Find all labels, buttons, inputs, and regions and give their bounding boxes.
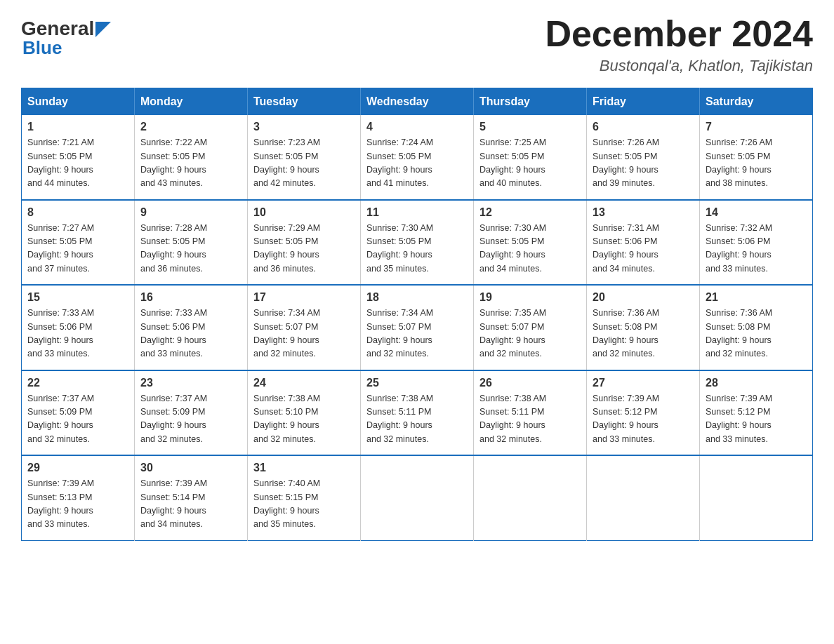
calendar-cell: 27 Sunrise: 7:39 AM Sunset: 5:12 PM Dayl… <box>587 370 700 456</box>
calendar-cell: 31 Sunrise: 7:40 AM Sunset: 5:15 PM Dayl… <box>248 455 361 540</box>
week-row-5: 29 Sunrise: 7:39 AM Sunset: 5:13 PM Dayl… <box>22 455 813 540</box>
calendar-table: SundayMondayTuesdayWednesdayThursdayFrid… <box>21 88 813 541</box>
logo-blue-text: Blue <box>22 37 62 59</box>
day-info: Sunrise: 7:29 AM Sunset: 5:05 PM Dayligh… <box>253 222 355 276</box>
day-number: 22 <box>27 377 128 389</box>
calendar-cell <box>361 455 474 540</box>
week-row-2: 8 Sunrise: 7:27 AM Sunset: 5:05 PM Dayli… <box>22 200 813 286</box>
calendar-cell: 26 Sunrise: 7:38 AM Sunset: 5:11 PM Dayl… <box>474 370 587 456</box>
calendar-cell: 19 Sunrise: 7:35 AM Sunset: 5:07 PM Dayl… <box>474 285 587 370</box>
day-number: 18 <box>366 291 468 304</box>
calendar-cell: 20 Sunrise: 7:36 AM Sunset: 5:08 PM Dayl… <box>587 285 700 370</box>
day-info: Sunrise: 7:39 AM Sunset: 5:12 PM Dayligh… <box>706 392 807 447</box>
day-number: 11 <box>366 206 468 219</box>
calendar-cell <box>474 455 587 540</box>
day-info: Sunrise: 7:38 AM Sunset: 5:11 PM Dayligh… <box>366 392 468 447</box>
day-info: Sunrise: 7:33 AM Sunset: 5:06 PM Dayligh… <box>27 307 128 361</box>
day-number: 13 <box>593 206 694 219</box>
calendar-header-row: SundayMondayTuesdayWednesdayThursdayFrid… <box>22 88 813 116</box>
day-info: Sunrise: 7:28 AM Sunset: 5:05 PM Dayligh… <box>140 222 241 276</box>
col-header-wednesday: Wednesday <box>361 88 474 116</box>
day-number: 14 <box>706 206 807 219</box>
day-number: 27 <box>593 377 694 389</box>
calendar-cell: 10 Sunrise: 7:29 AM Sunset: 5:05 PM Dayl… <box>248 200 361 286</box>
calendar-cell: 12 Sunrise: 7:30 AM Sunset: 5:05 PM Dayl… <box>474 200 587 286</box>
day-info: Sunrise: 7:34 AM Sunset: 5:07 PM Dayligh… <box>253 307 355 361</box>
day-number: 17 <box>253 291 355 304</box>
day-info: Sunrise: 7:23 AM Sunset: 5:05 PM Dayligh… <box>253 136 355 191</box>
day-info: Sunrise: 7:22 AM Sunset: 5:05 PM Dayligh… <box>140 136 241 191</box>
title-area: December 2024 Bustonqal'a, Khatlon, Taji… <box>545 14 813 75</box>
day-info: Sunrise: 7:25 AM Sunset: 5:05 PM Dayligh… <box>479 136 581 191</box>
day-info: Sunrise: 7:39 AM Sunset: 5:12 PM Dayligh… <box>593 392 694 447</box>
col-header-thursday: Thursday <box>474 88 587 116</box>
calendar-cell: 28 Sunrise: 7:39 AM Sunset: 5:12 PM Dayl… <box>700 370 813 456</box>
calendar-cell: 9 Sunrise: 7:28 AM Sunset: 5:05 PM Dayli… <box>135 200 248 286</box>
calendar-cell: 21 Sunrise: 7:36 AM Sunset: 5:08 PM Dayl… <box>700 285 813 370</box>
day-info: Sunrise: 7:31 AM Sunset: 5:06 PM Dayligh… <box>593 222 694 276</box>
location-title: Bustonqal'a, Khatlon, Tajikistan <box>545 57 813 75</box>
day-number: 8 <box>27 206 128 219</box>
day-number: 20 <box>593 291 694 304</box>
col-header-monday: Monday <box>135 88 248 116</box>
calendar-cell: 2 Sunrise: 7:22 AM Sunset: 5:05 PM Dayli… <box>135 115 248 200</box>
day-info: Sunrise: 7:30 AM Sunset: 5:05 PM Dayligh… <box>479 222 581 276</box>
day-number: 7 <box>706 121 807 133</box>
day-number: 25 <box>366 377 468 389</box>
day-number: 5 <box>479 121 581 133</box>
day-info: Sunrise: 7:40 AM Sunset: 5:15 PM Dayligh… <box>253 477 355 532</box>
day-info: Sunrise: 7:32 AM Sunset: 5:06 PM Dayligh… <box>706 222 807 276</box>
day-info: Sunrise: 7:36 AM Sunset: 5:08 PM Dayligh… <box>593 307 694 361</box>
day-info: Sunrise: 7:39 AM Sunset: 5:13 PM Dayligh… <box>27 477 128 532</box>
day-info: Sunrise: 7:24 AM Sunset: 5:05 PM Dayligh… <box>366 136 468 191</box>
day-info: Sunrise: 7:37 AM Sunset: 5:09 PM Dayligh… <box>140 392 241 447</box>
calendar-cell: 30 Sunrise: 7:39 AM Sunset: 5:14 PM Dayl… <box>135 455 248 540</box>
calendar-cell: 4 Sunrise: 7:24 AM Sunset: 5:05 PM Dayli… <box>361 115 474 200</box>
week-row-4: 22 Sunrise: 7:37 AM Sunset: 5:09 PM Dayl… <box>22 370 813 456</box>
page-header: General Blue December 2024 Bustonqal'a, … <box>21 14 813 75</box>
calendar-cell: 18 Sunrise: 7:34 AM Sunset: 5:07 PM Dayl… <box>361 285 474 370</box>
month-title: December 2024 <box>545 14 813 54</box>
col-header-friday: Friday <box>587 88 700 116</box>
day-info: Sunrise: 7:39 AM Sunset: 5:14 PM Dayligh… <box>140 477 241 532</box>
calendar-cell: 6 Sunrise: 7:26 AM Sunset: 5:05 PM Dayli… <box>587 115 700 200</box>
day-number: 6 <box>593 121 694 133</box>
day-number: 4 <box>366 121 468 133</box>
calendar-cell: 17 Sunrise: 7:34 AM Sunset: 5:07 PM Dayl… <box>248 285 361 370</box>
week-row-1: 1 Sunrise: 7:21 AM Sunset: 5:05 PM Dayli… <box>22 115 813 200</box>
calendar-cell: 16 Sunrise: 7:33 AM Sunset: 5:06 PM Dayl… <box>135 285 248 370</box>
calendar-cell: 1 Sunrise: 7:21 AM Sunset: 5:05 PM Dayli… <box>22 115 135 200</box>
day-number: 23 <box>140 377 241 389</box>
calendar-cell: 25 Sunrise: 7:38 AM Sunset: 5:11 PM Dayl… <box>361 370 474 456</box>
day-info: Sunrise: 7:30 AM Sunset: 5:05 PM Dayligh… <box>366 222 468 276</box>
day-number: 24 <box>253 377 355 389</box>
calendar-cell: 3 Sunrise: 7:23 AM Sunset: 5:05 PM Dayli… <box>248 115 361 200</box>
day-number: 15 <box>27 291 128 304</box>
calendar-cell: 15 Sunrise: 7:33 AM Sunset: 5:06 PM Dayl… <box>22 285 135 370</box>
day-number: 21 <box>706 291 807 304</box>
day-number: 28 <box>706 377 807 389</box>
logo-arrow-icon <box>95 22 111 37</box>
calendar-cell: 11 Sunrise: 7:30 AM Sunset: 5:05 PM Dayl… <box>361 200 474 286</box>
day-number: 3 <box>253 121 355 133</box>
col-header-tuesday: Tuesday <box>248 88 361 116</box>
day-info: Sunrise: 7:27 AM Sunset: 5:05 PM Dayligh… <box>27 222 128 276</box>
col-header-saturday: Saturday <box>700 88 813 116</box>
day-info: Sunrise: 7:26 AM Sunset: 5:05 PM Dayligh… <box>706 136 807 191</box>
calendar-cell: 23 Sunrise: 7:37 AM Sunset: 5:09 PM Dayl… <box>135 370 248 456</box>
day-info: Sunrise: 7:37 AM Sunset: 5:09 PM Dayligh… <box>27 392 128 447</box>
day-info: Sunrise: 7:38 AM Sunset: 5:10 PM Dayligh… <box>253 392 355 447</box>
svg-marker-0 <box>95 22 111 37</box>
week-row-3: 15 Sunrise: 7:33 AM Sunset: 5:06 PM Dayl… <box>22 285 813 370</box>
day-info: Sunrise: 7:34 AM Sunset: 5:07 PM Dayligh… <box>366 307 468 361</box>
calendar-cell: 29 Sunrise: 7:39 AM Sunset: 5:13 PM Dayl… <box>22 455 135 540</box>
day-number: 19 <box>479 291 581 304</box>
day-info: Sunrise: 7:38 AM Sunset: 5:11 PM Dayligh… <box>479 392 581 447</box>
calendar-cell <box>700 455 813 540</box>
calendar-cell: 14 Sunrise: 7:32 AM Sunset: 5:06 PM Dayl… <box>700 200 813 286</box>
day-info: Sunrise: 7:26 AM Sunset: 5:05 PM Dayligh… <box>593 136 694 191</box>
calendar-cell: 13 Sunrise: 7:31 AM Sunset: 5:06 PM Dayl… <box>587 200 700 286</box>
calendar-cell: 5 Sunrise: 7:25 AM Sunset: 5:05 PM Dayli… <box>474 115 587 200</box>
calendar-cell: 22 Sunrise: 7:37 AM Sunset: 5:09 PM Dayl… <box>22 370 135 456</box>
day-number: 9 <box>140 206 241 219</box>
